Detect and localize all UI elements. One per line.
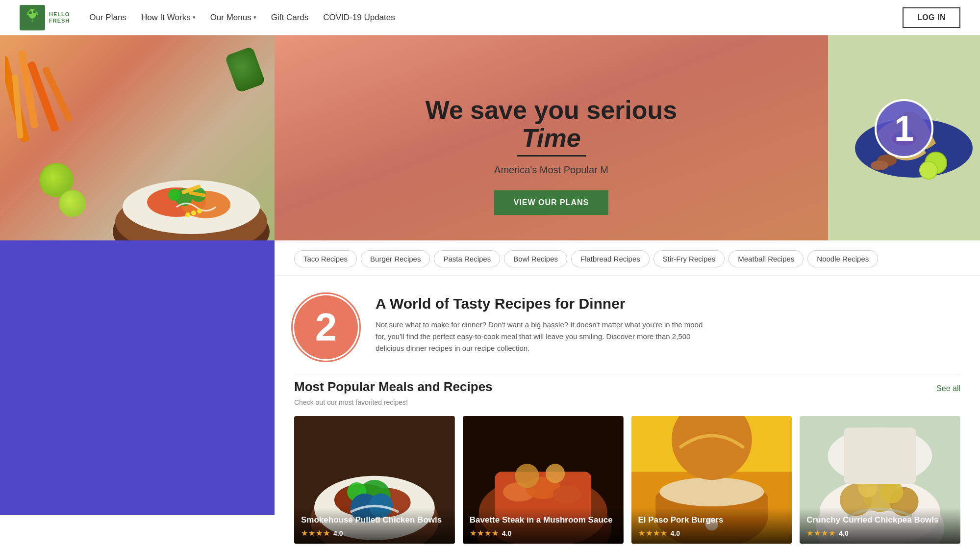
meal-card[interactable]: Bavette Steak in a Mushroom Sauce ★★★★ 4… bbox=[463, 416, 624, 544]
meal-name: Crunchy Curried Chickpea Bowls bbox=[806, 515, 954, 526]
navbar: HELLO FRESH Our Plans How It Works ▾ Our… bbox=[0, 0, 980, 35]
svg-point-24 bbox=[185, 212, 190, 217]
chevron-down-icon: ▾ bbox=[193, 14, 196, 21]
recipe-tab[interactable]: Stir-Fry Recipes bbox=[653, 250, 725, 267]
world-recipes-title: A World of Tasty Recipes for Dinner bbox=[376, 295, 709, 312]
meal-overlay: El Paso Pork Burgers ★★★★ 4.0 bbox=[631, 508, 792, 544]
meals-header: Most Popular Meals and Recipes See all bbox=[294, 379, 960, 394]
star-icons: ★★★★ bbox=[806, 528, 836, 538]
chevron-down-icon: ▾ bbox=[253, 14, 256, 21]
rating-value: 4.0 bbox=[671, 529, 680, 537]
meal-rating: ★★★★ 4.0 bbox=[638, 528, 785, 538]
recipe-tab[interactable]: Noodle Recipes bbox=[807, 250, 878, 267]
hero-badge-1: 1 bbox=[875, 99, 933, 158]
svg-point-6 bbox=[33, 10, 36, 13]
world-of-recipes-section: 2 A World of Tasty Recipes for Dinner No… bbox=[275, 276, 980, 374]
svg-point-23 bbox=[197, 209, 202, 213]
star-icons: ★★★★ bbox=[301, 528, 330, 538]
nav-covid[interactable]: COVID-19 Updates bbox=[323, 13, 395, 23]
recipe-tabs-bar: Taco RecipesBurger RecipesPasta RecipesB… bbox=[275, 240, 980, 276]
meal-overlay: Bavette Steak in a Mushroom Sauce ★★★★ 4… bbox=[463, 508, 624, 544]
hero-right-image: 1 bbox=[828, 35, 980, 276]
step-badge-2: 2 bbox=[294, 295, 358, 359]
meal-rating: ★★★★ 4.0 bbox=[470, 528, 617, 538]
recipe-tab[interactable]: Meatball Recipes bbox=[729, 250, 804, 267]
rating-value: 4.0 bbox=[333, 529, 343, 537]
meal-card[interactable]: El Paso Pork Burgers ★★★★ 4.0 bbox=[631, 416, 792, 544]
logo-text-hello: HELLO bbox=[49, 11, 70, 17]
svg-point-33 bbox=[871, 160, 888, 170]
right-content-panel: Taco RecipesBurger RecipesPasta RecipesB… bbox=[275, 240, 980, 552]
see-all-link[interactable]: See all bbox=[936, 384, 960, 393]
svg-point-49 bbox=[553, 485, 581, 503]
svg-point-51 bbox=[546, 464, 565, 483]
view-plans-button[interactable]: VIEW OUR PLANS bbox=[494, 190, 609, 215]
carrot-decoration bbox=[5, 45, 74, 153]
meal-name: Bavette Steak in a Mushroom Sauce bbox=[470, 515, 617, 526]
svg-point-5 bbox=[29, 11, 32, 14]
meal-rating: ★★★★ 4.0 bbox=[301, 528, 448, 538]
svg-point-22 bbox=[191, 210, 196, 215]
meal-overlay: Smokehouse Pulled Chicken Bowls ★★★★ 4.0 bbox=[294, 508, 455, 544]
purple-decorative-block bbox=[0, 240, 275, 515]
svg-point-67 bbox=[881, 481, 904, 503]
hero-center: We save you serious Time America's Most … bbox=[275, 35, 828, 276]
world-recipes-description: Not sure what to make for dinner? Don't … bbox=[376, 319, 709, 354]
hero-tagline: We save you serious Time bbox=[426, 96, 678, 152]
meals-title: Most Popular Meals and Recipes bbox=[294, 379, 493, 394]
meal-rating: ★★★★ 4.0 bbox=[806, 528, 954, 538]
meal-name: El Paso Pork Burgers bbox=[638, 515, 785, 526]
meal-card[interactable]: Crunchy Curried Chickpea Bowls ★★★★ 4.0 bbox=[800, 416, 960, 544]
svg-point-50 bbox=[515, 464, 539, 488]
hero-subtitle: America's Most Popular M bbox=[494, 164, 608, 176]
nav-our-menus[interactable]: Our Menus ▾ bbox=[210, 13, 256, 23]
nav-gift-cards[interactable]: Gift Cards bbox=[271, 13, 309, 23]
nav-our-plans[interactable]: Our Plans bbox=[89, 13, 126, 23]
nav-how-it-works[interactable]: How It Works ▾ bbox=[141, 13, 196, 23]
lime-decoration-2 bbox=[59, 190, 86, 217]
star-icons: ★★★★ bbox=[470, 528, 499, 538]
svg-point-56 bbox=[659, 477, 764, 506]
logo-text-fresh: FRESH bbox=[49, 18, 70, 24]
rating-value: 4.0 bbox=[839, 529, 848, 537]
recipe-tab[interactable]: Flatbread Recipes bbox=[571, 250, 650, 267]
rating-value: 4.0 bbox=[502, 529, 511, 537]
meals-grid: Smokehouse Pulled Chicken Bowls ★★★★ 4.0… bbox=[294, 416, 960, 544]
recipe-tab[interactable]: Bowl Recipes bbox=[504, 250, 567, 267]
vegetable-decoration bbox=[225, 46, 266, 93]
recipe-tab[interactable]: Burger Recipes bbox=[361, 250, 430, 267]
recipe-tab[interactable]: Taco Recipes bbox=[294, 250, 357, 267]
meal-name: Smokehouse Pulled Chicken Bowls bbox=[301, 515, 448, 526]
star-icons: ★★★★ bbox=[638, 528, 668, 538]
nav-links: Our Plans How It Works ▾ Our Menus ▾ Gif… bbox=[89, 13, 903, 23]
svg-point-31 bbox=[920, 161, 937, 179]
hero-underline bbox=[517, 155, 586, 157]
svg-rect-69 bbox=[844, 427, 916, 484]
hero-section: We save you serious Time America's Most … bbox=[0, 35, 980, 276]
meals-subtitle: Check out our most favorited recipes! bbox=[294, 398, 960, 406]
recipe-tab[interactable]: Pasta Recipes bbox=[434, 250, 500, 267]
meals-section: Most Popular Meals and Recipes See all C… bbox=[275, 374, 980, 552]
logo[interactable]: HELLO FRESH bbox=[20, 5, 70, 30]
meal-card[interactable]: Smokehouse Pulled Chicken Bowls ★★★★ 4.0 bbox=[294, 416, 455, 544]
hero-left-image bbox=[0, 35, 275, 276]
login-button[interactable]: LOG IN bbox=[903, 7, 960, 28]
meal-overlay: Crunchy Curried Chickpea Bowls ★★★★ 4.0 bbox=[800, 508, 960, 544]
svg-point-19 bbox=[168, 189, 180, 201]
